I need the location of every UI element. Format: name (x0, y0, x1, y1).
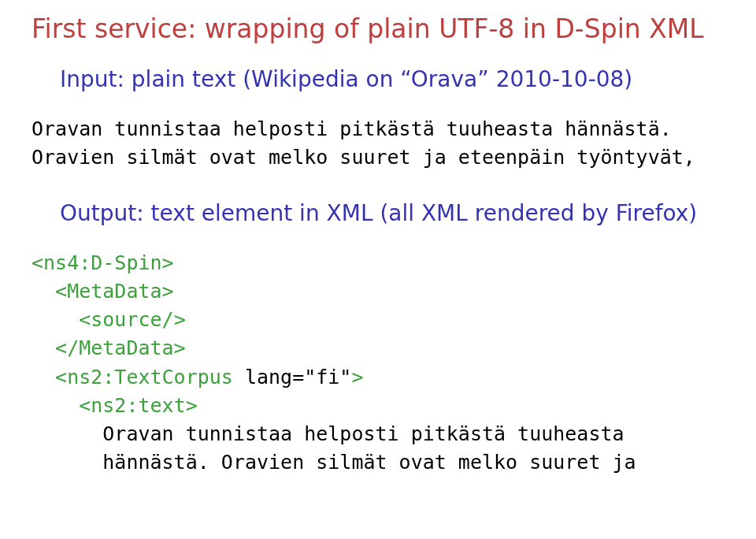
input-text-block: Oravan tunnistaa helposti pitkästä tuuhe… (32, 115, 724, 173)
xml-line: <ns4:D-Spin> (32, 251, 174, 274)
xml-attr: lang="fi" (245, 366, 351, 388)
output-label: Output: text element in XML (all XML ren… (32, 200, 724, 227)
xml-line: <ns2:TextCorpus (55, 366, 245, 388)
xml-line: </MetaData> (55, 336, 186, 359)
xml-line: <source/> (79, 308, 185, 331)
xml-output-block: <ns4:D-Spin> <MetaData> <source/> </Meta… (32, 249, 724, 478)
xml-line: <ns2:text> (79, 394, 198, 417)
xml-text: hännästä. Oravien silmät ovat melko suur… (102, 451, 636, 474)
input-label: Input: plain text (Wikipedia on “Orava” … (32, 66, 724, 93)
xml-text: Oravan tunnistaa helposti pitkästä tuuhe… (102, 422, 624, 445)
slide: First service: wrapping of plain UTF-8 i… (0, 0, 756, 478)
xml-line: > (351, 366, 363, 388)
xml-line: <MetaData> (55, 280, 174, 303)
slide-title: First service: wrapping of plain UTF-8 i… (32, 14, 724, 44)
